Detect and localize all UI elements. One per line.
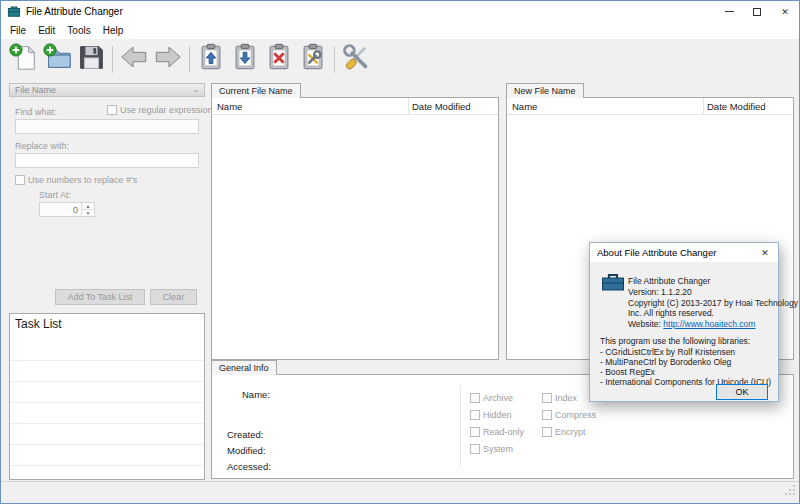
ok-button[interactable]: OK [716,384,768,400]
remove-task-button[interactable] [262,42,296,76]
column-header-date-modified[interactable]: Date Modified [412,101,471,112]
file-name-panel-title: File Name [15,85,56,95]
menubar: File Edit Tools Help [1,22,799,39]
about-dialog-titlebar: About File Attribute Changer ✕ [590,243,778,262]
website-label: Website: [628,319,661,329]
new-file-list-header: Name Date Modified [507,98,793,115]
column-divider[interactable] [703,98,704,115]
toolbar [1,39,799,79]
about-toolbox-icon [601,272,625,296]
column-header-date-modified[interactable]: Date Modified [707,101,766,112]
save-button[interactable] [74,42,108,76]
tools-icon [341,42,371,76]
tab-new-file-name[interactable]: New File Name [506,83,584,98]
file-name-panel-header[interactable]: File Name ⌄ [9,83,205,97]
checkbox-box [470,410,480,420]
clear-button[interactable]: Clear [150,289,197,305]
current-file-list-area[interactable] [212,115,498,359]
about-app-name: File Attribute Changer [628,276,710,286]
attr-system-checkbox[interactable]: System [470,444,513,454]
checkbox-box [15,175,25,185]
website-link[interactable]: http://www.hoaitech.com [663,319,755,329]
attr-encrypt-checkbox[interactable]: Encrypt [542,427,586,437]
chevron-down-icon[interactable]: ⌄ [192,86,199,94]
name-label: Name: [242,389,270,400]
attr-readonly-label: Read-only [483,427,524,437]
attr-index-label: Index [555,393,577,403]
column-header-name[interactable]: Name [512,101,537,112]
maximize-icon [753,8,761,16]
toolbar-separator [112,46,113,73]
current-file-list: Name Date Modified [211,97,499,360]
clipboard-delete-icon [264,42,294,76]
created-label: Created: [227,429,263,440]
toolbar-separator [334,46,335,73]
section-divider [460,385,461,467]
attr-index-checkbox[interactable]: Index [542,393,577,403]
menu-tools[interactable]: Tools [61,23,96,38]
titlebar: File Attribute Changer ✕ [1,1,799,22]
about-version: Version: 1.1.2.20 [628,287,692,297]
menu-edit[interactable]: Edit [32,23,61,38]
tab-current-file-name[interactable]: Current File Name [211,83,301,98]
add-to-task-list-button[interactable]: Add To Task List [55,289,145,305]
attr-readonly-checkbox[interactable]: Read-only [470,427,524,437]
add-folder-icon [42,42,72,76]
about-library-item: - MultiPaneCtrl by Borodenko Oleg [600,357,731,367]
start-at-label: Start At: [39,190,71,200]
forward-button[interactable] [151,42,185,76]
window-controls: ✕ [715,1,799,22]
about-dialog-title: About File Attribute Changer [597,247,716,258]
status-bar [1,481,799,503]
column-header-name[interactable]: Name [217,101,242,112]
attr-compress-checkbox[interactable]: Compress [542,410,596,420]
menu-file[interactable]: File [4,23,32,38]
current-file-name-pane: Current File Name Name Date Modified [211,83,499,360]
spinner-buttons: ▲ ▼ [81,203,94,216]
tab-general-info[interactable]: General Info [211,360,277,375]
apply-tasks-button[interactable] [296,42,330,76]
use-numbers-checkbox[interactable]: Use numbers to replace #'s [15,175,137,185]
close-button[interactable]: ✕ [771,1,799,22]
about-library-item: - CGridListCtrlEx by Rolf Kristensen [600,347,735,357]
current-file-list-header: Name Date Modified [212,98,498,115]
about-libraries-intro: This program use the following libraries… [600,336,750,346]
checkbox-box [542,427,552,437]
clipboard-tools-icon [298,42,328,76]
about-website-row: Website: http://www.hoaitech.com [628,319,755,329]
column-divider[interactable] [408,98,409,115]
minimize-icon [725,11,734,12]
find-what-input[interactable] [15,119,199,134]
forward-arrow-icon [153,42,183,76]
resize-grip-icon[interactable] [784,482,796,500]
attr-system-label: System [483,444,513,454]
maximize-button[interactable] [743,1,771,22]
attr-hidden-checkbox[interactable]: Hidden [470,410,512,420]
about-close-button[interactable]: ✕ [752,243,778,262]
accessed-label: Accessed: [227,461,271,472]
close-icon: ✕ [761,248,769,258]
replace-with-label: Replace with: [15,141,69,151]
spin-down-icon[interactable]: ▼ [82,210,94,216]
spin-up-icon[interactable]: ▲ [82,203,94,210]
close-icon: ✕ [781,7,789,17]
task-list-panel[interactable]: Task List [9,313,205,480]
attr-hidden-label: Hidden [483,410,512,420]
menu-help[interactable]: Help [97,23,130,38]
start-at-spinner[interactable]: 0 ▲ ▼ [39,202,95,217]
about-copyright-line1: Copyright (C) 2013-2017 by Hoai Technolo… [628,298,798,308]
paste-down-button[interactable] [228,42,262,76]
use-regex-checkbox[interactable]: Use regular expression [107,105,213,115]
paste-up-button[interactable] [194,42,228,76]
add-files-button[interactable] [6,42,40,76]
find-what-label: Find what: [15,107,57,117]
back-button[interactable] [117,42,151,76]
settings-button[interactable] [339,42,373,76]
attr-archive-checkbox[interactable]: Archive [470,393,513,403]
clipboard-up-icon [196,42,226,76]
minimize-button[interactable] [715,1,743,22]
add-folder-button[interactable] [40,42,74,76]
replace-with-input[interactable] [15,153,199,168]
checkbox-box [470,427,480,437]
use-regex-label: Use regular expression [120,105,213,115]
